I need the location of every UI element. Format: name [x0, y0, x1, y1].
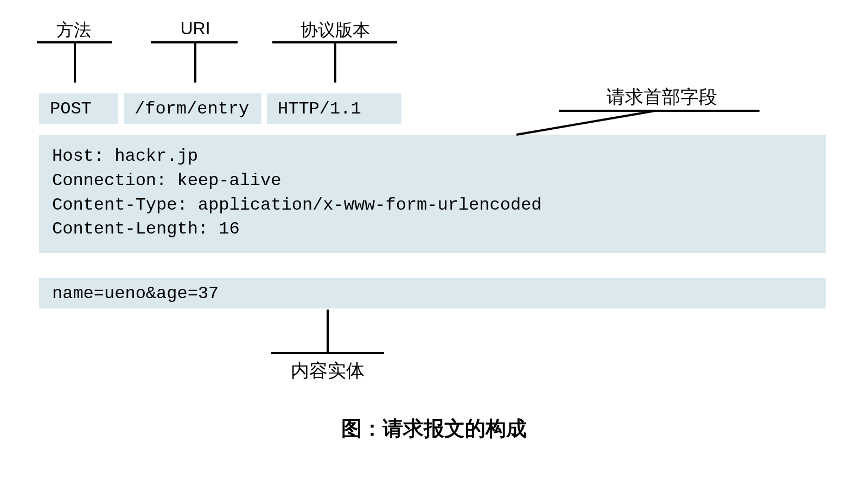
stem-uri	[194, 43, 196, 83]
stem-method	[74, 43, 76, 83]
box-version: HTTP/1.1	[267, 93, 401, 124]
label-entity-body: 内容实体	[291, 358, 365, 383]
header-line: Host: hackr.jp	[52, 144, 813, 169]
stem-entity-body	[327, 310, 329, 352]
label-request-headers: 请求首部字段	[607, 85, 717, 110]
header-line: Content-Type: application/x-www-form-url…	[52, 193, 813, 218]
bar-entity-body	[271, 352, 384, 354]
label-uri: URI	[168, 18, 222, 39]
header-line: Connection: keep-alive	[52, 169, 813, 193]
label-method: 方法	[47, 18, 101, 42]
connector-request-headers	[515, 111, 656, 138]
box-body: name=ueno&age=37	[39, 278, 826, 308]
diagram-container: 方法 URI 协议版本 POST /form/entry HTTP/1.1 Ho…	[0, 0, 868, 492]
header-line: Content-Length: 16	[52, 217, 813, 242]
svg-line-0	[516, 111, 655, 135]
stem-version	[334, 43, 336, 83]
box-headers: Host: hackr.jp Connection: keep-alive Co…	[39, 135, 826, 253]
caption: 图：请求报文的构成	[0, 415, 868, 443]
box-uri: /form/entry	[124, 93, 261, 124]
box-method: POST	[39, 93, 118, 124]
label-version: 协议版本	[286, 18, 384, 42]
